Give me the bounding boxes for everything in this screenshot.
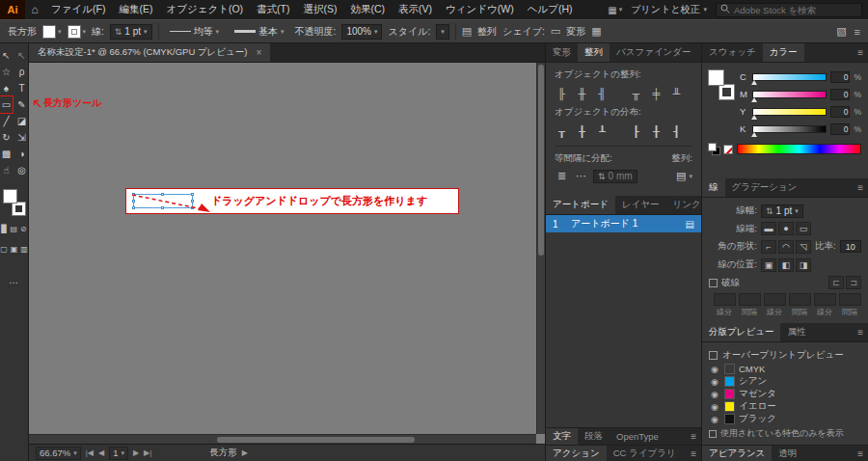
tab-paragraph[interactable]: 段落 xyxy=(578,428,610,445)
stroke-color-swatch[interactable] xyxy=(13,203,25,215)
brush-dropdown[interactable]: 基本▾ xyxy=(230,24,289,40)
zoom-tool[interactable]: ◎ xyxy=(15,162,28,178)
color-slider-track[interactable] xyxy=(752,108,827,116)
align-right-icon[interactable]: ╢ xyxy=(595,87,610,101)
round-join-icon[interactable]: ◠ xyxy=(778,240,794,254)
horizontal-space-icon[interactable]: ⋯ xyxy=(574,169,588,183)
shape-widget-icon[interactable]: ▭ xyxy=(551,25,560,38)
edit-toolbar-button[interactable]: … xyxy=(9,275,19,285)
tab-color[interactable]: カラー xyxy=(763,43,804,62)
settings-icon[interactable]: ▧ xyxy=(836,25,846,38)
panel-menu-icon[interactable]: ≡ xyxy=(853,446,868,461)
stroke-color-swatch[interactable] xyxy=(719,85,734,99)
zoom-dropdown[interactable]: 66.67%▾ xyxy=(36,447,81,460)
distribute-h-center-icon[interactable]: ╂ xyxy=(649,124,664,139)
vertical-scroll-thumb[interactable] xyxy=(538,65,544,256)
rectangle-tool[interactable]: ▭ xyxy=(0,96,13,113)
color-spectrum[interactable] xyxy=(737,144,861,154)
scale-tool[interactable]: ⇲ xyxy=(15,129,28,146)
dash-value-field[interactable] xyxy=(714,293,736,306)
stroke-width-field[interactable]: ⇅1 pt▾ xyxy=(110,24,152,40)
tab-pathfinder[interactable]: パスファインダー xyxy=(610,43,698,62)
next-artboard-button[interactable]: ▶ xyxy=(133,448,139,457)
stroke-inside-icon[interactable]: ◧ xyxy=(778,258,794,272)
fill-swatch[interactable] xyxy=(42,25,56,39)
eye-icon[interactable]: ◉ xyxy=(709,415,720,424)
eye-icon[interactable]: ◉ xyxy=(709,402,720,412)
selection-tool[interactable]: ↖ xyxy=(0,47,13,64)
tab-opentype[interactable]: OpenType xyxy=(610,428,665,445)
separation-row-yellow[interactable]: ◉ イエロー xyxy=(709,400,861,413)
close-icon[interactable]: × xyxy=(256,47,261,58)
tab-layers[interactable]: レイヤー xyxy=(615,196,666,214)
dashed-checkbox[interactable] xyxy=(709,279,718,287)
align-top-icon[interactable]: ╥ xyxy=(629,87,643,101)
menu-window[interactable]: ウィンドウ(W) xyxy=(439,3,521,16)
separation-row-cmyk[interactable]: ◉ CMYK xyxy=(709,363,861,375)
panel-menu-icon[interactable]: ≡ xyxy=(686,446,701,461)
miter-join-icon[interactable]: ⌐ xyxy=(761,240,776,254)
panel-menu-icon[interactable]: ≡ xyxy=(854,26,860,38)
overprint-preview-checkbox[interactable] xyxy=(709,351,718,360)
eraser-tool[interactable]: ◪ xyxy=(15,113,28,129)
channel-value[interactable]: 0 xyxy=(830,89,850,100)
magic-wand-tool[interactable]: ☆ xyxy=(0,64,13,80)
butt-cap-icon[interactable]: ▬ xyxy=(761,222,776,235)
search-input[interactable] xyxy=(734,5,857,15)
dash-value-field[interactable] xyxy=(814,293,836,306)
menu-type[interactable]: 書式(T) xyxy=(250,3,296,16)
tab-appearance[interactable]: アピアランス xyxy=(702,446,772,461)
distribute-bottom-icon[interactable]: ┸ xyxy=(595,124,610,139)
eye-icon[interactable]: ◉ xyxy=(709,365,720,374)
distribute-left-icon[interactable]: ┠ xyxy=(629,124,643,139)
distribute-right-icon[interactable]: ┨ xyxy=(669,124,684,139)
status-flyout-icon[interactable]: ▶ xyxy=(242,448,248,457)
prev-artboard-button[interactable]: ◀ xyxy=(98,448,104,457)
fill-mode-button[interactable]: ▉ xyxy=(1,225,7,233)
artboard-list-item[interactable]: 1 アートボード 1 ▤ xyxy=(546,215,701,232)
tab-transform[interactable]: 変形 xyxy=(546,43,578,62)
tab-align[interactable]: 整列 xyxy=(578,43,610,62)
eye-icon[interactable]: ◉ xyxy=(709,377,720,387)
dash-preserve-icon[interactable]: ⊏ xyxy=(828,276,844,289)
miter-limit-field[interactable]: 10 xyxy=(840,240,861,253)
color-slider-track[interactable] xyxy=(752,125,827,133)
menu-file[interactable]: ファイル(F) xyxy=(44,3,112,16)
horizontal-scrollbar[interactable] xyxy=(29,434,536,444)
channel-value[interactable]: 0 xyxy=(830,71,850,83)
align-bottom-icon[interactable]: ╨ xyxy=(669,87,684,101)
rotate-tool[interactable]: ↻ xyxy=(0,129,13,146)
menu-select[interactable]: 選択(S) xyxy=(296,3,343,16)
round-cap-icon[interactable]: ● xyxy=(778,222,794,235)
document-tab[interactable]: 名称未設定-1* @ 66.67% (CMYK/GPU プレビュー) × xyxy=(29,43,270,62)
transform-grid-icon[interactable]: ▦ xyxy=(591,25,601,38)
color-slider-track[interactable] xyxy=(752,91,827,98)
tab-cc-libraries[interactable]: CC ライブラリ xyxy=(607,446,683,461)
pen-tool[interactable]: ♠ xyxy=(0,80,13,96)
tab-character[interactable]: 文字 xyxy=(546,428,578,445)
menu-help[interactable]: ヘルプ(H) xyxy=(521,3,580,16)
align-left-icon[interactable]: ╟ xyxy=(555,87,569,101)
vertical-space-icon[interactable]: ≣ xyxy=(555,169,569,183)
bevel-join-icon[interactable]: ◹ xyxy=(796,240,811,254)
stroke-outside-icon[interactable]: ◨ xyxy=(796,258,811,272)
home-icon[interactable]: ⌂ xyxy=(25,3,44,16)
stepper-icon[interactable]: ⇅ xyxy=(115,27,122,37)
screen-mode-button[interactable]: ▣ xyxy=(11,245,18,254)
tab-transparency[interactable]: 透明 xyxy=(772,446,803,461)
panel-menu-icon[interactable]: ≡ xyxy=(853,323,868,341)
document-setup-icon[interactable]: ▤ xyxy=(462,25,472,38)
none-swatch[interactable] xyxy=(723,145,733,154)
pencil-tool[interactable]: ╱ xyxy=(0,113,13,129)
spacing-value-field[interactable]: ⇅0 mm xyxy=(593,170,637,183)
distribute-top-icon[interactable]: ┰ xyxy=(555,124,569,139)
gradient-tool[interactable]: ▩ xyxy=(0,146,13,162)
last-artboard-button[interactable]: ▶| xyxy=(144,448,151,457)
horizontal-scroll-thumb[interactable] xyxy=(217,437,415,443)
screen-mode-button[interactable]: ▢ xyxy=(0,245,8,254)
workspace-switcher[interactable]: プリントと校正 ▾ xyxy=(631,3,707,16)
menu-effect[interactable]: 効果(C) xyxy=(343,3,392,16)
screen-mode-button[interactable]: ▥ xyxy=(20,245,28,254)
stock-search[interactable] xyxy=(716,3,862,17)
artboard-nav-field[interactable]: 1▾ xyxy=(109,447,128,460)
